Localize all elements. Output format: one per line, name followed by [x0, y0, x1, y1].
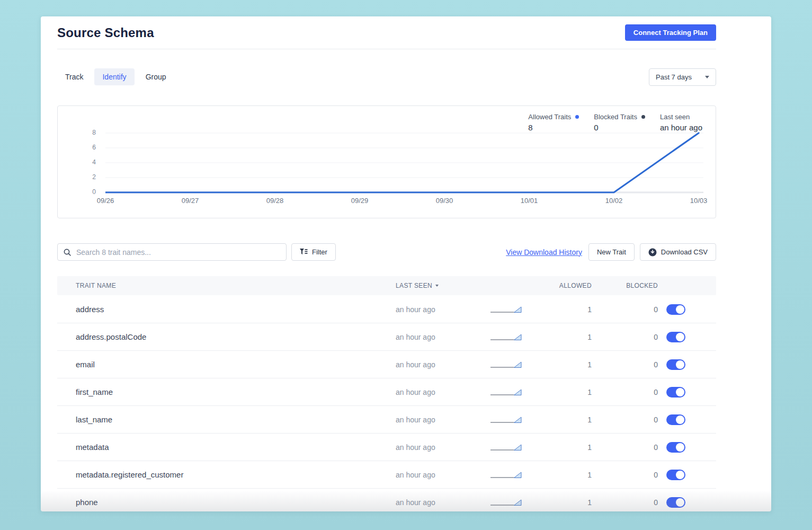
trait-last-seen: an hour ago: [374, 471, 459, 479]
sparkline-icon: [490, 305, 522, 314]
toggle-knob: [676, 443, 684, 452]
toggle-cell: [658, 497, 716, 508]
legend-blocked-traits: Blocked Traits 0: [594, 113, 645, 132]
column-trait-name: TRAIT NAME: [57, 282, 374, 289]
trait-allowed-count: 1: [587, 471, 592, 479]
trait-name: first_name: [57, 387, 374, 396]
tab-track[interactable]: Track: [57, 68, 91, 85]
trait-blocked-count: 0: [654, 498, 658, 507]
view-download-history-link[interactable]: View Download History: [506, 248, 582, 257]
trait-name: phone: [57, 498, 374, 507]
trait-last-seen: an hour ago: [374, 443, 459, 452]
trait-name: address.postalCode: [57, 332, 374, 341]
search-input[interactable]: [76, 248, 281, 257]
x-tick-label: 10/03: [690, 197, 708, 205]
trait-blocked-count: 0: [654, 416, 658, 424]
toggle-knob: [676, 333, 684, 341]
trait-sparkline: [490, 443, 523, 452]
sparkline-icon: [490, 333, 522, 341]
filter-button[interactable]: Filter: [291, 243, 336, 261]
trait-name: email: [57, 360, 374, 369]
trait-toggle[interactable]: [666, 304, 685, 315]
download-icon: [648, 248, 657, 257]
column-blocked: BLOCKED: [626, 282, 658, 289]
trait-last-seen: an hour ago: [374, 498, 459, 507]
x-tick-label: 09/30: [436, 197, 453, 205]
trait-toggle[interactable]: [666, 332, 685, 342]
connect-tracking-plan-button[interactable]: Connect Tracking Plan: [625, 24, 716, 41]
trait-toggle[interactable]: [666, 359, 685, 370]
toggle-cell: [658, 387, 716, 398]
column-last-seen[interactable]: LAST SEEN: [374, 282, 459, 289]
column-last-seen-label: LAST SEEN: [396, 282, 432, 289]
trait-toggle[interactable]: [666, 414, 685, 425]
table-row: email an hour ago 1 0: [57, 351, 716, 378]
trait-last-seen: an hour ago: [374, 360, 459, 369]
search-box[interactable]: [57, 243, 287, 261]
sparkline-icon: [490, 360, 522, 369]
table-row: first_name an hour ago 1 0: [57, 378, 716, 406]
legend-last-seen-value: an hour ago: [660, 123, 702, 132]
table-row: phone an hour ago 1 0: [57, 489, 716, 511]
sparkline-icon: [490, 416, 522, 424]
time-range-select[interactable]: Past 7 days: [649, 68, 716, 86]
trait-sparkline: [490, 333, 523, 341]
trait-last-seen: an hour ago: [374, 305, 459, 314]
table-row: metadata an hour ago 1 0: [57, 434, 716, 461]
x-tick-label: 10/01: [521, 197, 538, 205]
new-trait-button[interactable]: New Trait: [588, 243, 635, 261]
toggle-knob: [676, 416, 684, 424]
sparkline-icon: [490, 471, 522, 479]
tab-group[interactable]: Group: [138, 68, 174, 85]
toggle-knob: [676, 305, 684, 314]
filter-icon: [300, 249, 308, 255]
sparkline-icon: [490, 443, 522, 452]
trait-sparkline: [490, 416, 523, 424]
sparkline-icon: [490, 388, 522, 396]
trait-sparkline: [490, 471, 523, 479]
x-tick-label: 09/29: [351, 197, 369, 205]
table-row: last_name an hour ago 1 0: [57, 406, 716, 434]
page-title: Source Schema: [57, 25, 154, 40]
trait-toggle[interactable]: [666, 387, 685, 398]
trait-toggle[interactable]: [666, 442, 685, 453]
traits-chart: Allowed Traits 8 Blocked Traits 0 Last s…: [57, 105, 716, 218]
x-tick-label: 09/28: [266, 197, 284, 205]
tab-identify[interactable]: Identify: [94, 68, 134, 85]
chart-x-axis: 09/2609/2709/2809/2909/3010/0110/0210/03: [105, 197, 707, 206]
toggle-knob: [676, 360, 684, 369]
table-row: metadata.registered_customer an hour ago…: [57, 461, 716, 489]
trait-sparkline: [490, 498, 523, 507]
traits-table: TRAIT NAME LAST SEEN ALLOWED BLOCKED add…: [57, 276, 716, 511]
trait-sparkline: [490, 388, 523, 396]
trait-allowed-count: 1: [587, 498, 592, 507]
trait-allowed-count: 1: [587, 305, 592, 314]
trait-blocked-count: 0: [654, 443, 658, 452]
trait-blocked-count: 0: [654, 388, 658, 396]
toolbar-right-actions: View Download History New Trait Download…: [506, 243, 716, 261]
trait-name: address: [57, 305, 374, 314]
x-tick-label: 09/26: [97, 197, 114, 205]
trait-allowed-count: 1: [587, 360, 592, 369]
trait-toggle[interactable]: [666, 497, 685, 508]
trait-sparkline: [490, 360, 523, 369]
legend-allowed-traits: Allowed Traits 8: [528, 113, 579, 132]
trait-toggle[interactable]: [666, 470, 685, 480]
toggle-cell: [658, 470, 716, 480]
toggle-knob: [676, 388, 684, 396]
table-row: address an hour ago 1 0: [57, 296, 716, 323]
toggle-cell: [658, 359, 716, 370]
download-csv-label: Download CSV: [661, 248, 708, 256]
trait-name: last_name: [57, 415, 374, 424]
toolbar: Filter View Download History New Trait D…: [57, 243, 716, 261]
y-tick-label: 2: [92, 173, 96, 181]
trait-last-seen: an hour ago: [374, 416, 459, 424]
source-schema-card: Source Schema Connect Tracking Plan Trac…: [41, 16, 771, 511]
toggle-knob: [676, 471, 684, 479]
trait-allowed-count: 1: [587, 333, 592, 341]
sort-caret-icon: [435, 285, 439, 287]
trait-blocked-count: 0: [654, 471, 658, 479]
y-tick-label: 6: [92, 144, 96, 151]
legend-allowed-label: Allowed Traits: [528, 113, 571, 121]
download-csv-button[interactable]: Download CSV: [640, 243, 716, 261]
